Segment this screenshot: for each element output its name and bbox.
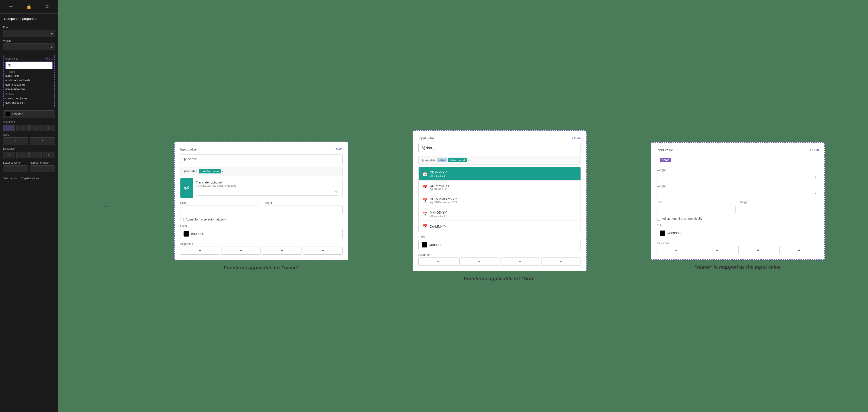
card2-align-right[interactable]: ≡ xyxy=(500,257,540,265)
style-bold-btn[interactable]: I xyxy=(3,137,28,145)
deco-overline-btn[interactable]: ō xyxy=(42,152,55,158)
card1-input[interactable] xyxy=(180,154,343,164)
card3-align-left[interactable]: ≡ xyxy=(657,246,696,254)
card3-caption: "name" is mapped as the input value xyxy=(695,264,781,270)
translate-select[interactable]: - xyxy=(196,189,339,195)
alignment-label: Alignment xyxy=(3,120,55,123)
card2-header: Input value + Data xyxy=(418,136,581,140)
card1-wrapper: Input value + Data ${variable, dataForma… xyxy=(175,141,348,271)
color-row[interactable]: #000000 xyxy=(3,110,55,118)
card2-caption: Functions applicable for "dob" xyxy=(464,276,535,282)
card1-header-label: Input value xyxy=(180,147,196,151)
card3-align-right[interactable]: ≡ xyxy=(738,246,778,254)
card3-color-label: Color xyxy=(657,224,819,227)
input-item-articlebody[interactable]: articleBody (richtext) xyxy=(5,78,53,83)
panel-title: Component properties xyxy=(0,13,58,24)
align-btn-right[interactable]: ≡ xyxy=(29,125,42,131)
card3-align-justify[interactable]: ≡ xyxy=(779,246,819,254)
card2-alignment-row: ≡ ≡ ≡ ≡ xyxy=(418,257,581,265)
card1-header: Input value + Data xyxy=(180,147,343,151)
input-item-name[interactable]: name (text) xyxy=(5,73,53,78)
input-value-field[interactable] xyxy=(5,62,53,69)
settings-icon[interactable]: ⚙ xyxy=(45,4,49,9)
align-btn-justify[interactable]: ≡ xyxy=(42,125,55,131)
card3-weight1-select[interactable]: - xyxy=(657,173,819,181)
number-of-lines-input[interactable] xyxy=(30,165,55,172)
calendar-icon-4: 📅 xyxy=(422,212,427,217)
color-section: #000000 Alignment ≡ ≡ ≡ ≡ Style I I Deco… xyxy=(0,109,58,175)
state-item-userarticles[interactable]: userArticles (list) xyxy=(5,100,53,105)
card2-wrapper: Input value + Data ${variable, date( dat… xyxy=(412,130,587,282)
date-option-dd-mmm-yy[interactable]: 📅 DD-MMM-YY eg: 31-Dec-22 xyxy=(418,181,581,194)
top-toolbar: ☰ 🔒 ⚙ xyxy=(0,0,58,13)
card3-wrapper: Input value + Data name Weight - Weight … xyxy=(651,142,825,270)
date-option-mm-dd-yy[interactable]: 📅 MM-DD-YY eg: 12-31-22 xyxy=(418,207,581,221)
align-btn-left[interactable]: ≡ xyxy=(3,125,16,131)
font-section: Font - Weight - xyxy=(0,24,58,53)
calendar-icon-5: 📅 xyxy=(422,224,427,229)
deco-none-btn[interactable]: × xyxy=(3,152,16,158)
card3-weight1-label: Weight xyxy=(657,168,819,172)
menu-icon[interactable]: ☰ xyxy=(9,4,13,9)
card1-height-input[interactable] xyxy=(264,205,343,214)
weight-select[interactable]: - xyxy=(3,43,55,51)
date-format-eg-3: eg: 31-December-2022 xyxy=(430,201,457,204)
calendar-icon-2: 📅 xyxy=(422,185,427,190)
style-italic-btn[interactable]: I xyxy=(30,137,55,145)
calendar-icon-3: 📅 xyxy=(422,198,427,203)
card3-adjust-font-checkbox[interactable] xyxy=(657,217,660,221)
align-btn-center[interactable]: ≡ xyxy=(16,125,29,131)
input-item-dob[interactable]: dob (timestamp) xyxy=(5,83,53,87)
card3-align-center[interactable]: ≡ xyxy=(698,246,737,254)
lock-icon[interactable]: 🔒 xyxy=(26,4,32,9)
date-option-dd-mm-yy[interactable]: 📅 DD-MM-YY eg: 31-12-22 xyxy=(418,167,581,181)
card1-formula-tag: dataFormatter xyxy=(199,169,221,173)
plus-data-link[interactable]: + Data xyxy=(44,57,53,60)
card2-plus-data[interactable]: + Data xyxy=(571,136,581,140)
deco-underline-btn[interactable]: U xyxy=(29,152,42,158)
card2-color-row[interactable]: #000000 xyxy=(418,240,581,250)
input-item-admin[interactable]: admin (boolean) xyxy=(5,87,53,91)
card2-align-center[interactable]: ≡ xyxy=(459,257,499,265)
card1-align-left[interactable]: ≡ xyxy=(180,247,220,255)
state-section-label: State xyxy=(5,91,53,96)
card3-size-input[interactable] xyxy=(657,205,736,213)
deco-strikethrough-btn[interactable]: S xyxy=(16,152,29,158)
card3-plus-data[interactable]: + Data xyxy=(810,148,819,152)
card3-weight2-select[interactable]: - xyxy=(657,189,819,197)
card2-align-justify[interactable]: ≡ xyxy=(541,257,581,265)
letter-number-row: Letter spacing Number of lines xyxy=(3,159,55,172)
card1-plus-data[interactable]: + Data xyxy=(333,147,343,151)
date-format-main-2: DD-MMM-YY xyxy=(430,184,450,188)
card3-input-row: name xyxy=(657,155,819,165)
card1-align-justify[interactable]: ≡ xyxy=(303,247,343,255)
card2-align-left[interactable]: ≡ xyxy=(418,257,458,265)
date-option-dd-mmmm-yyyy[interactable]: 📅 DD-MMMM-YYYY eg: 31-December-2022 xyxy=(418,194,581,207)
card1-size-label: Size xyxy=(180,201,259,204)
date-option-do-mm-yy[interactable]: 📅 Do-MM-YY xyxy=(418,221,581,232)
date-format-eg-1: eg: 31-12-22 xyxy=(430,174,447,177)
state-item-currentuser[interactable]: currentUser (json) xyxy=(5,96,53,100)
card1-color-row[interactable]: #000000 xyxy=(180,229,343,239)
card2-formula-suffix: ) } xyxy=(468,159,471,162)
font-label: Font xyxy=(3,26,55,29)
card1-adjust-font-checkbox[interactable] xyxy=(180,218,184,221)
date-format-main-1: DD-MM-YY xyxy=(430,170,447,174)
card2-color-swatch xyxy=(422,242,427,248)
translate-title: Translate (optional) xyxy=(196,181,339,184)
card1-translate-box: f(x) Translate (optional) translate text… xyxy=(180,178,343,198)
card3-color-row[interactable]: #000000 xyxy=(657,228,819,238)
card1-align-right[interactable]: ≡ xyxy=(262,247,302,255)
font-select[interactable]: - xyxy=(3,30,55,37)
card1-alignment-label: Alignment xyxy=(180,242,343,246)
card2-input[interactable] xyxy=(418,143,581,153)
card3-alignment-row: ≡ ≡ ≡ ≡ xyxy=(657,246,819,254)
card1-align-center[interactable]: ≡ xyxy=(221,247,261,255)
translate-icon: f(x) xyxy=(180,178,193,198)
card3-color-value: #000000 xyxy=(668,231,680,235)
card2-formula-row: ${variable, date( dateFormat ) } xyxy=(418,156,581,165)
card1-size-input[interactable] xyxy=(180,205,259,214)
card1-formula-suffix: } xyxy=(222,169,223,173)
card3-height-input[interactable] xyxy=(740,205,819,213)
letter-spacing-input[interactable] xyxy=(3,165,28,172)
